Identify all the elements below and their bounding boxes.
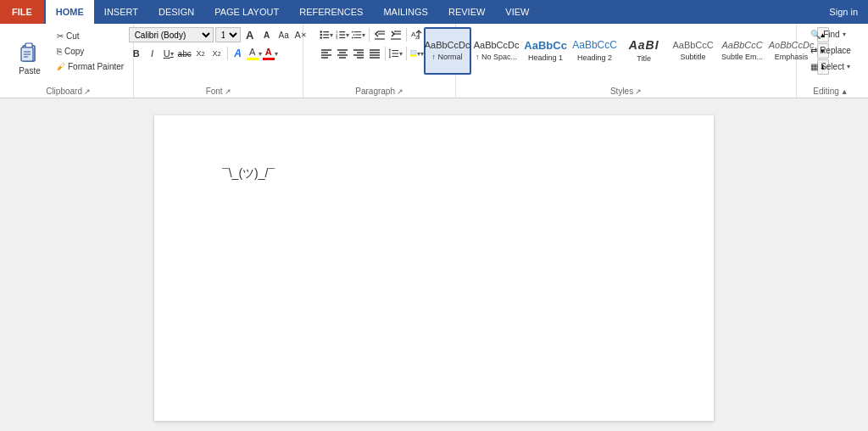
replace-icon: ⇄	[810, 46, 817, 55]
svg-rect-54	[410, 55, 416, 57]
para-sep-3	[385, 47, 386, 60]
style-title[interactable]: AaBI Title	[620, 27, 668, 75]
line-spacing-button[interactable]: ▾	[388, 46, 403, 61]
underline-button[interactable]: U ▾	[161, 46, 176, 61]
para-sep-2	[406, 28, 407, 42]
paste-icon	[16, 39, 43, 66]
align-left-button[interactable]	[319, 46, 334, 61]
tab-view[interactable]: VIEW	[495, 0, 539, 24]
copy-button[interactable]: ⎘ Copy	[53, 44, 128, 59]
replace-button[interactable]: ⇄ Replace	[804, 43, 857, 58]
ribbon-tabs-bar: FILE HOME INSERT DESIGN PAGE LAYOUT REFE…	[0, 0, 868, 24]
change-case-button[interactable]: Aa	[276, 27, 292, 42]
grow-font-button[interactable]: A	[242, 27, 258, 42]
tab-review[interactable]: REVIEW	[438, 0, 495, 24]
svg-text:3.: 3.	[336, 36, 339, 40]
style-heading2[interactable]: AaBbCcC Heading 2	[571, 27, 619, 75]
copy-icon: ⎘	[57, 47, 62, 56]
clipboard-expand-icon[interactable]: ↗	[84, 87, 91, 96]
paragraph-expand-icon[interactable]: ↗	[397, 87, 403, 96]
shading-button[interactable]: ▾ ▾	[409, 46, 425, 61]
style-title-preview: AaBI	[629, 38, 659, 53]
select-dropdown-arrow: ▾	[847, 63, 850, 70]
style-no-spacing[interactable]: AaBbCcDc ↑ No Spac...	[473, 27, 520, 75]
multilevel-list-button[interactable]: ▾	[351, 27, 366, 42]
select-icon: ▦	[810, 62, 818, 71]
style-normal[interactable]: AaBbCcDc ↑ Normal	[424, 27, 471, 75]
strikethrough-button[interactable]: abc	[177, 46, 192, 61]
editing-content: 🔍 Find ▾ ⇄ Replace ▦ Select ▾	[804, 27, 857, 87]
clipboard-label: Clipboard ↗	[8, 87, 128, 98]
shrink-font-button[interactable]: A	[259, 27, 275, 42]
styles-group: AaBbCcDc ↑ Normal AaBbCcDc ↑ No Spac... …	[456, 24, 797, 98]
find-button[interactable]: 🔍 Find ▾	[804, 27, 851, 42]
tab-home[interactable]: HOME	[46, 0, 94, 24]
tab-file[interactable]: FILE	[0, 0, 44, 24]
cut-button[interactable]: ✂ Cut	[53, 29, 128, 43]
style-normal-label: ↑ Normal	[432, 53, 463, 62]
paragraph-row-2: ▾ ▾ ▾ ▾	[319, 46, 441, 61]
superscript-button[interactable]: X2	[209, 46, 225, 61]
subscript-button[interactable]: X2	[193, 46, 209, 61]
clipboard-group: Paste ✂ Cut ⎘ Copy 🖌 Format Painter Clip…	[3, 24, 134, 98]
style-no-spacing-label: ↑ No Spac...	[476, 53, 517, 62]
decrease-indent-button[interactable]	[372, 27, 387, 42]
document-content[interactable]: ¯\_(ツ)_/¯	[222, 166, 646, 182]
font-label: Font ↗	[139, 87, 298, 98]
bullets-button[interactable]: ▾	[319, 27, 334, 42]
format-painter-button[interactable]: 🖌 Format Painter	[53, 59, 128, 74]
paragraph-content: ▾ 1.2.3. ▾ ▾ AZ	[319, 27, 441, 87]
find-dropdown-arrow: ▾	[843, 31, 846, 38]
paragraph-row-1: ▾ 1.2.3. ▾ ▾ AZ	[319, 27, 441, 42]
editing-collapse-icon[interactable]: ▲	[841, 87, 849, 96]
style-heading1-label: Heading 1	[528, 53, 563, 63]
sign-in-button[interactable]: Sign in	[819, 2, 868, 22]
style-subtle-emphasis-label: Subtle Em...	[721, 53, 763, 62]
font-size-select[interactable]: 11	[215, 27, 241, 42]
numbering-button[interactable]: 1.2.3. ▾	[335, 27, 350, 42]
font-color-indicator	[263, 58, 275, 60]
font-color-button[interactable]: A ▾	[263, 46, 278, 61]
document-page[interactable]: ¯\_(ツ)_/¯	[154, 115, 714, 421]
paste-button[interactable]: Paste	[8, 27, 51, 87]
text-highlight-button[interactable]: A ▾	[247, 46, 262, 61]
styles-expand-icon[interactable]: ↗	[635, 87, 642, 96]
style-heading1[interactable]: AaBbCc Heading 1	[522, 27, 570, 75]
style-items-list: AaBbCcDc ↑ Normal AaBbCcDc ↑ No Spac... …	[424, 27, 815, 75]
font-content: Calibri (Body) 11 A A Aa A✕ B I U ▾ abc …	[129, 27, 309, 87]
binoculars-icon: 🔍	[810, 30, 821, 39]
text-effect-button[interactable]: A	[231, 46, 246, 61]
sort-button[interactable]: AZ	[409, 27, 425, 42]
svg-point-20	[353, 34, 354, 36]
font-expand-icon[interactable]: ↗	[225, 87, 231, 96]
justify-button[interactable]	[367, 46, 382, 61]
style-subtle-emphasis-preview: AaBbCcC	[721, 40, 762, 51]
tab-insert[interactable]: INSERT	[94, 0, 148, 24]
svg-point-10	[320, 36, 322, 39]
style-heading2-preview: AaBbCcC	[572, 39, 617, 51]
align-right-button[interactable]	[351, 46, 366, 61]
style-subtitle-preview: AaBbCcC	[672, 40, 713, 51]
separator-1	[227, 47, 228, 60]
select-button[interactable]: ▦ Select ▾	[804, 59, 856, 74]
document-area: ¯\_(ツ)_/¯	[0, 98, 868, 431]
font-group: Calibri (Body) 11 A A Aa A✕ B I U ▾ abc …	[134, 24, 303, 98]
style-subtitle[interactable]: AaBbCcC Subtitle	[670, 27, 717, 75]
style-normal-preview: AaBbCcDc	[425, 40, 470, 51]
increase-indent-button[interactable]	[388, 27, 403, 42]
para-sep-1	[369, 28, 370, 42]
svg-rect-1	[25, 43, 32, 48]
style-heading2-label: Heading 2	[577, 53, 612, 63]
style-subtle-emphasis[interactable]: AaBbCcC Subtle Em...	[719, 27, 766, 75]
tab-references[interactable]: REFERENCES	[289, 0, 373, 24]
tab-page-layout[interactable]: PAGE LAYOUT	[204, 0, 289, 24]
align-center-button[interactable]	[335, 46, 350, 61]
style-no-spacing-preview: AaBbCcDc	[474, 40, 520, 51]
bold-button[interactable]: B	[129, 46, 144, 61]
tab-mailings[interactable]: MAILINGS	[373, 0, 438, 24]
format-painter-icon: 🖌	[57, 62, 65, 71]
italic-button[interactable]: I	[145, 46, 160, 61]
font-format-row: B I U ▾ abc X2 X2 A A ▾ A	[129, 46, 278, 61]
tab-design[interactable]: DESIGN	[148, 0, 204, 24]
font-name-select[interactable]: Calibri (Body)	[129, 27, 214, 42]
